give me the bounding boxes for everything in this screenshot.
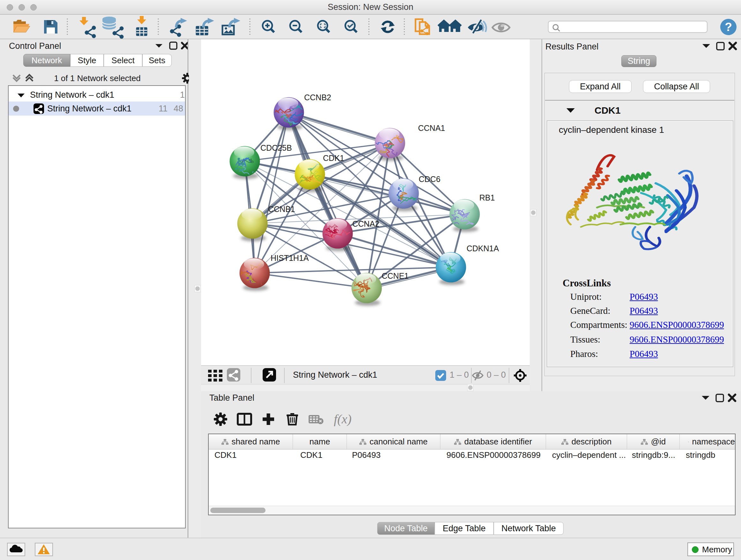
svg-text:CCNB1: CCNB1 (268, 205, 295, 213)
svg-text:CCNA1: CCNA1 (418, 124, 445, 132)
svg-text:CCNB2: CCNB2 (304, 93, 331, 102)
svg-text:CDKN1A: CDKN1A (467, 244, 499, 253)
svg-text:CCNE1: CCNE1 (382, 271, 409, 280)
svg-text:CDK1: CDK1 (323, 153, 344, 163)
svg-text:HIST1H1A: HIST1H1A (271, 253, 309, 262)
svg-text:CDC25B: CDC25B (260, 143, 292, 152)
svg-text:CDC6: CDC6 (419, 175, 441, 184)
svg-text:f(x): f(x) (334, 412, 352, 426)
svg-text:RB1: RB1 (479, 193, 495, 202)
svg-text:CCNA2: CCNA2 (352, 219, 380, 228)
